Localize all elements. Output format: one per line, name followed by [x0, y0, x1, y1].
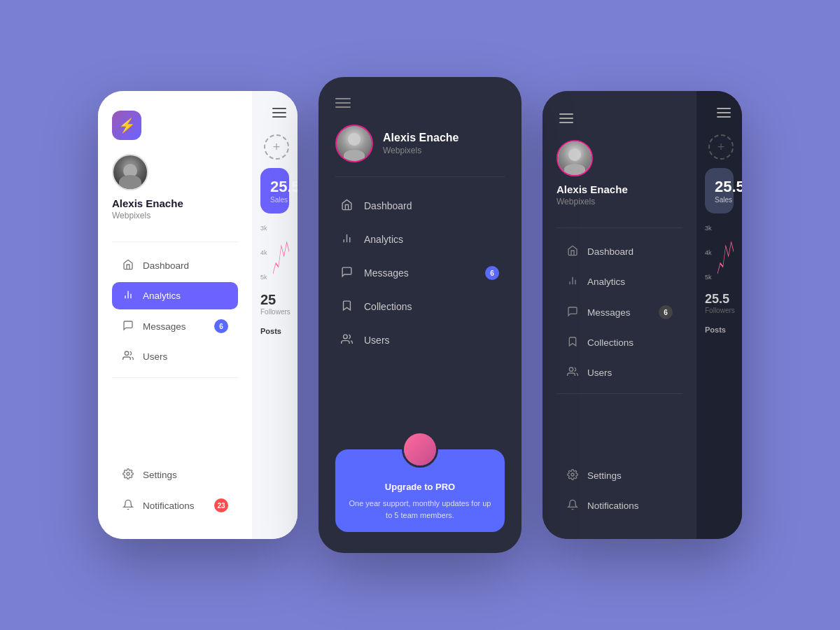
notifications-badge: 23 — [214, 498, 228, 512]
phone-2-divider — [335, 176, 505, 177]
phone-3-user-name: Alexis Enache — [556, 183, 682, 195]
p3-posts-label: Posts — [705, 326, 734, 334]
stat-card: 25.5 Sales — [260, 168, 289, 214]
notifications-icon — [122, 499, 134, 512]
p3-chart-svg — [718, 225, 734, 281]
chart-section: 5k 4k 3k — [260, 222, 289, 281]
p3-y-axis: 5k 4k 3k — [705, 225, 715, 281]
sidebar-label-notifications: Notifications — [143, 500, 195, 511]
phone-3-hamburger[interactable] — [556, 111, 576, 126]
p3-label-messages: Messages — [587, 307, 631, 318]
hamburger-line-3 — [272, 116, 286, 118]
p3-label-notifications: Notifications — [587, 500, 639, 511]
p3-ham-line-3 — [559, 122, 573, 123]
p2-label-analytics: Analytics — [364, 234, 403, 245]
phone-3-sidebar: Alexis Enache Webpixels Dashboard Analyt… — [542, 91, 696, 539]
home-icon — [122, 259, 134, 272]
phone-3-right-panel: + 25.5 Sales 5k 4k 3k 25 — [696, 91, 742, 539]
p3-sidebar-item-dashboard[interactable]: Dashboard — [556, 238, 682, 265]
analytics-icon — [122, 289, 134, 302]
p3r-ham-line-3 — [717, 116, 731, 118]
hamburger-menu[interactable] — [270, 105, 289, 120]
p2-label-dashboard: Dashboard — [364, 200, 412, 211]
svg-point-8 — [344, 335, 348, 339]
p3-sidebar-item-collections[interactable]: Collections — [556, 329, 682, 356]
p3-sidebar-item-users[interactable]: Users — [556, 359, 682, 386]
phone-2-avatar — [335, 125, 373, 162]
p2-home-icon — [341, 199, 353, 213]
phone-3-avatar — [556, 140, 593, 176]
upgrade-avatar — [402, 431, 438, 468]
sidebar-item-messages[interactable]: Messages 6 — [112, 312, 238, 340]
p3-label-settings: Settings — [587, 470, 622, 481]
logo-box[interactable]: ⚡ — [112, 111, 141, 140]
hamburger-line-1 — [272, 108, 286, 109]
p2-sidebar-item-dashboard[interactable]: Dashboard — [335, 190, 505, 222]
phone-1-sidebar: ⚡ Alexis Enache Webpixels Dashboard — [98, 91, 252, 539]
p3r-ham-line-2 — [717, 112, 731, 113]
p3-add-button[interactable]: + — [708, 134, 734, 160]
p3-settings-icon — [566, 469, 579, 482]
sidebar-item-notifications[interactable]: Notifications 23 — [112, 491, 238, 519]
p3-ham-line-1 — [559, 113, 573, 115]
chart-area — [273, 225, 289, 281]
stat-label: Sales — [270, 196, 279, 204]
phone-2-user-profile: Alexis Enache Webpixels — [335, 125, 505, 162]
followers-number: 25 — [260, 292, 289, 308]
sidebar-item-dashboard[interactable]: Dashboard — [112, 252, 238, 279]
sidebar-item-analytics[interactable]: Analytics — [112, 282, 238, 309]
p3-stat-card: 25.5 Sales — [705, 168, 734, 214]
sidebar-item-users[interactable]: Users — [112, 343, 238, 370]
phone-2-user-name: Alexis Enache — [383, 132, 459, 144]
phone-3-user-subtitle: Webpixels — [556, 197, 682, 206]
phone-2: Alexis Enache Webpixels Dashboard Analyt… — [318, 77, 522, 553]
p2-sidebar-item-analytics[interactable]: Analytics — [335, 223, 505, 255]
p3-home-icon — [566, 245, 579, 258]
p2-sidebar-item-messages[interactable]: Messages 6 — [335, 257, 505, 289]
phone-3-right-hamburger[interactable] — [714, 105, 734, 120]
p3-users-icon — [566, 366, 579, 379]
p3-chart-section: 5k 4k 3k — [705, 222, 734, 281]
phone-2-nav: Dashboard Analytics Messages 6 Collectio… — [335, 190, 505, 424]
logo-icon: ⚡ — [118, 117, 136, 134]
phone-1-right-panel: + 25.5 Sales 5k 4k 3k 25 — [252, 91, 298, 539]
add-button[interactable]: + — [264, 134, 289, 160]
p2-sidebar-item-users[interactable]: Users — [335, 324, 505, 356]
svg-point-12 — [569, 368, 573, 371]
phone-3-divider-1 — [556, 227, 682, 228]
p2-messages-icon — [341, 266, 353, 280]
p3-sidebar-item-analytics[interactable]: Analytics — [556, 268, 682, 295]
ham-line-2 — [335, 102, 351, 104]
followers-stat: 25 Followers — [260, 292, 289, 316]
p2-messages-badge: 6 — [485, 266, 499, 280]
phone-1: ⚡ Alexis Enache Webpixels Dashboard — [98, 91, 298, 539]
posts-label: Posts — [260, 327, 289, 335]
sidebar-label-settings: Settings — [143, 470, 177, 480]
upgrade-desc: One year support, monthly updates for up… — [346, 498, 493, 521]
svg-point-4 — [127, 472, 130, 475]
p3-stat-number: 25.5 — [715, 178, 724, 196]
hamburger-line-2 — [272, 112, 286, 113]
p3-sidebar-item-notifications[interactable]: Notifications — [556, 492, 682, 519]
main-nav: Dashboard Analytics Messages 6 Users — [112, 252, 238, 370]
avatar-image — [113, 155, 147, 189]
sidebar-item-settings[interactable]: Settings — [112, 461, 238, 489]
user-subtitle: Webpixels — [112, 211, 238, 220]
p3-followers-number: 25.5 — [705, 292, 734, 307]
p3-followers-label: Followers — [705, 307, 734, 314]
p3-sidebar-item-messages[interactable]: Messages 6 — [556, 298, 682, 326]
messages-icon — [122, 320, 134, 333]
p3-ham-line-2 — [559, 118, 573, 119]
p3-notifications-icon — [566, 499, 579, 512]
p2-sidebar-item-collections[interactable]: Collections — [335, 290, 505, 323]
phone-2-user-info: Alexis Enache Webpixels — [383, 132, 459, 155]
messages-badge: 6 — [214, 319, 228, 333]
upgrade-card[interactable]: Upgrade to PRO One year support, monthly… — [335, 449, 505, 532]
p3-sidebar-item-settings[interactable]: Settings — [556, 462, 682, 489]
upgrade-section: Upgrade to PRO One year support, monthly… — [335, 438, 505, 532]
phone-3-user-profile: Alexis Enache Webpixels — [556, 140, 682, 206]
divider-2 — [112, 377, 238, 378]
p2-collections-icon — [341, 300, 353, 314]
p3-analytics-icon — [566, 275, 579, 288]
phone-2-hamburger[interactable] — [335, 98, 505, 108]
